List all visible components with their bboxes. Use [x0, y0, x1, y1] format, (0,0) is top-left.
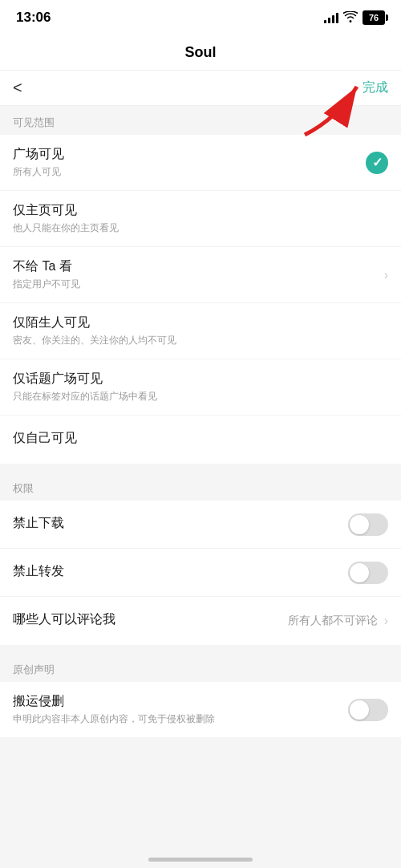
- section-divider: [0, 645, 401, 653]
- list-item[interactable]: 仅话题广场可见 只能在标签对应的话题广场中看见: [0, 359, 401, 416]
- bottom-space: [0, 737, 401, 745]
- home-indicator: [148, 858, 253, 862]
- list-item[interactable]: 仅自己可见: [0, 416, 401, 464]
- done-button[interactable]: 完成: [363, 79, 388, 96]
- list-item: 禁止下载: [0, 501, 401, 549]
- toggle-thumb: [350, 563, 369, 582]
- battery-icon: 76: [363, 10, 385, 25]
- original-section-header: 原创声明: [0, 653, 401, 682]
- download-toggle[interactable]: [348, 513, 388, 536]
- status-bar: 13:06 76: [0, 0, 401, 35]
- toggle-thumb: [350, 700, 369, 720]
- permissions-section: 禁止下载 禁止转发 哪些人可以评论我 所有人都不可评论 ›: [0, 501, 401, 645]
- list-item[interactable]: 仅主页可见 他人只能在你的主页看见: [0, 191, 401, 247]
- list-item[interactable]: 广场可见 所有人可见: [0, 135, 401, 191]
- app-title-bar: Soul: [0, 35, 401, 71]
- nav-bar: < 完成: [0, 71, 401, 106]
- chevron-right-icon: ›: [384, 614, 388, 628]
- toggle-thumb: [350, 515, 369, 534]
- visibility-section-header: 可见范围: [0, 106, 401, 135]
- list-item[interactable]: 哪些人可以评论我 所有人都不可评论 ›: [0, 597, 401, 645]
- original-toggle[interactable]: [348, 699, 388, 721]
- wifi-icon: [343, 11, 358, 25]
- app-title: Soul: [185, 44, 217, 61]
- section-divider: [0, 464, 401, 472]
- list-item: 禁止转发: [0, 549, 401, 597]
- signal-icon: [324, 12, 338, 23]
- list-item: 搬运侵删 申明此内容非本人原创内容，可免于侵权被删除: [0, 682, 401, 737]
- status-time: 13:06: [16, 10, 51, 26]
- permissions-section-header: 权限: [0, 472, 401, 501]
- visibility-section: 广场可见 所有人可见 仅主页可见 他人只能在你的主页看见 不给 Ta 看 指定用…: [0, 135, 401, 464]
- back-button[interactable]: <: [13, 79, 22, 97]
- original-section: 搬运侵删 申明此内容非本人原创内容，可免于侵权被删除: [0, 682, 401, 737]
- list-item[interactable]: 不给 Ta 看 指定用户不可见 ›: [0, 247, 401, 303]
- list-item[interactable]: 仅陌生人可见 密友、你关注的、关注你的人均不可见: [0, 303, 401, 359]
- check-selected-icon: [366, 152, 388, 174]
- repost-toggle[interactable]: [348, 562, 388, 584]
- status-icons: 76: [324, 10, 385, 25]
- chevron-right-icon: ›: [384, 268, 388, 282]
